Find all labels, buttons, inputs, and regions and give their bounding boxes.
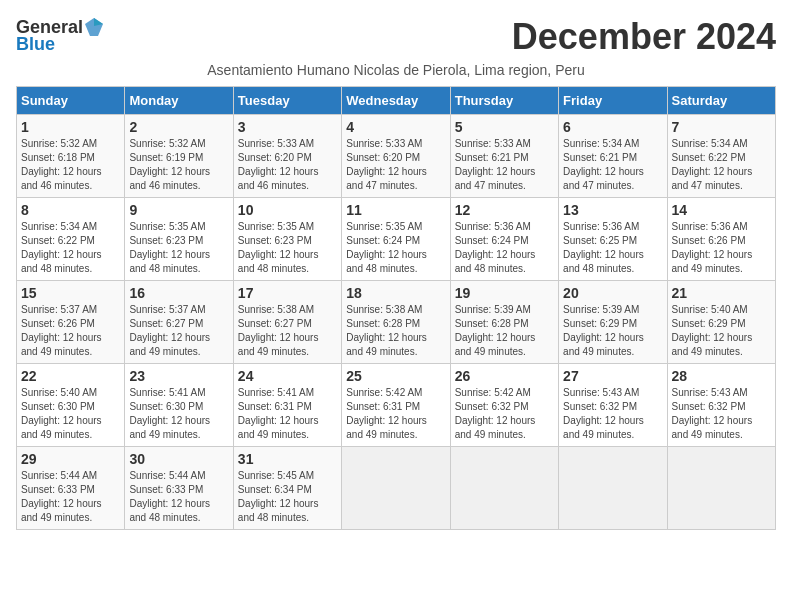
day-number: 16 — [129, 285, 228, 301]
table-row — [342, 447, 450, 530]
page-header: General Blue December 2024 — [16, 16, 776, 58]
table-row: 7Sunrise: 5:34 AMSunset: 6:22 PMDaylight… — [667, 115, 775, 198]
day-info: Sunrise: 5:34 AMSunset: 6:21 PMDaylight:… — [563, 137, 662, 193]
day-number: 6 — [563, 119, 662, 135]
calendar-week-row: 1Sunrise: 5:32 AMSunset: 6:18 PMDaylight… — [17, 115, 776, 198]
table-row: 3Sunrise: 5:33 AMSunset: 6:20 PMDaylight… — [233, 115, 341, 198]
table-row: 12Sunrise: 5:36 AMSunset: 6:24 PMDayligh… — [450, 198, 558, 281]
table-row: 26Sunrise: 5:42 AMSunset: 6:32 PMDayligh… — [450, 364, 558, 447]
calendar-header-row: Sunday Monday Tuesday Wednesday Thursday… — [17, 87, 776, 115]
table-row: 6Sunrise: 5:34 AMSunset: 6:21 PMDaylight… — [559, 115, 667, 198]
day-info: Sunrise: 5:44 AMSunset: 6:33 PMDaylight:… — [21, 469, 120, 525]
table-row: 9Sunrise: 5:35 AMSunset: 6:23 PMDaylight… — [125, 198, 233, 281]
day-number: 1 — [21, 119, 120, 135]
day-number: 21 — [672, 285, 771, 301]
table-row: 20Sunrise: 5:39 AMSunset: 6:29 PMDayligh… — [559, 281, 667, 364]
day-number: 17 — [238, 285, 337, 301]
month-title: December 2024 — [512, 16, 776, 58]
subtitle: Asentamiento Humano Nicolas de Pierola, … — [16, 62, 776, 78]
day-number: 4 — [346, 119, 445, 135]
table-row: 10Sunrise: 5:35 AMSunset: 6:23 PMDayligh… — [233, 198, 341, 281]
table-row: 22Sunrise: 5:40 AMSunset: 6:30 PMDayligh… — [17, 364, 125, 447]
table-row: 27Sunrise: 5:43 AMSunset: 6:32 PMDayligh… — [559, 364, 667, 447]
day-number: 22 — [21, 368, 120, 384]
table-row: 29Sunrise: 5:44 AMSunset: 6:33 PMDayligh… — [17, 447, 125, 530]
table-row: 19Sunrise: 5:39 AMSunset: 6:28 PMDayligh… — [450, 281, 558, 364]
day-info: Sunrise: 5:45 AMSunset: 6:34 PMDaylight:… — [238, 469, 337, 525]
day-number: 18 — [346, 285, 445, 301]
table-row: 18Sunrise: 5:38 AMSunset: 6:28 PMDayligh… — [342, 281, 450, 364]
logo-blue: Blue — [16, 34, 55, 55]
day-info: Sunrise: 5:36 AMSunset: 6:25 PMDaylight:… — [563, 220, 662, 276]
day-number: 27 — [563, 368, 662, 384]
table-row: 17Sunrise: 5:38 AMSunset: 6:27 PMDayligh… — [233, 281, 341, 364]
title-section: December 2024 — [512, 16, 776, 58]
day-number: 28 — [672, 368, 771, 384]
day-number: 31 — [238, 451, 337, 467]
col-wednesday: Wednesday — [342, 87, 450, 115]
day-info: Sunrise: 5:42 AMSunset: 6:31 PMDaylight:… — [346, 386, 445, 442]
day-info: Sunrise: 5:43 AMSunset: 6:32 PMDaylight:… — [563, 386, 662, 442]
day-info: Sunrise: 5:41 AMSunset: 6:30 PMDaylight:… — [129, 386, 228, 442]
day-info: Sunrise: 5:33 AMSunset: 6:21 PMDaylight:… — [455, 137, 554, 193]
day-number: 29 — [21, 451, 120, 467]
col-sunday: Sunday — [17, 87, 125, 115]
day-info: Sunrise: 5:36 AMSunset: 6:26 PMDaylight:… — [672, 220, 771, 276]
day-number: 30 — [129, 451, 228, 467]
day-info: Sunrise: 5:42 AMSunset: 6:32 PMDaylight:… — [455, 386, 554, 442]
table-row: 28Sunrise: 5:43 AMSunset: 6:32 PMDayligh… — [667, 364, 775, 447]
day-number: 26 — [455, 368, 554, 384]
col-saturday: Saturday — [667, 87, 775, 115]
day-number: 15 — [21, 285, 120, 301]
table-row: 11Sunrise: 5:35 AMSunset: 6:24 PMDayligh… — [342, 198, 450, 281]
table-row: 21Sunrise: 5:40 AMSunset: 6:29 PMDayligh… — [667, 281, 775, 364]
table-row: 4Sunrise: 5:33 AMSunset: 6:20 PMDaylight… — [342, 115, 450, 198]
calendar-week-row: 15Sunrise: 5:37 AMSunset: 6:26 PMDayligh… — [17, 281, 776, 364]
day-number: 7 — [672, 119, 771, 135]
table-row: 14Sunrise: 5:36 AMSunset: 6:26 PMDayligh… — [667, 198, 775, 281]
day-number: 23 — [129, 368, 228, 384]
col-monday: Monday — [125, 87, 233, 115]
table-row: 8Sunrise: 5:34 AMSunset: 6:22 PMDaylight… — [17, 198, 125, 281]
table-row: 30Sunrise: 5:44 AMSunset: 6:33 PMDayligh… — [125, 447, 233, 530]
table-row: 25Sunrise: 5:42 AMSunset: 6:31 PMDayligh… — [342, 364, 450, 447]
day-number: 8 — [21, 202, 120, 218]
day-number: 9 — [129, 202, 228, 218]
day-number: 5 — [455, 119, 554, 135]
calendar-week-row: 8Sunrise: 5:34 AMSunset: 6:22 PMDaylight… — [17, 198, 776, 281]
calendar-week-row: 29Sunrise: 5:44 AMSunset: 6:33 PMDayligh… — [17, 447, 776, 530]
day-number: 19 — [455, 285, 554, 301]
day-number: 3 — [238, 119, 337, 135]
day-info: Sunrise: 5:34 AMSunset: 6:22 PMDaylight:… — [672, 137, 771, 193]
day-number: 14 — [672, 202, 771, 218]
day-info: Sunrise: 5:38 AMSunset: 6:27 PMDaylight:… — [238, 303, 337, 359]
col-friday: Friday — [559, 87, 667, 115]
day-info: Sunrise: 5:36 AMSunset: 6:24 PMDaylight:… — [455, 220, 554, 276]
day-info: Sunrise: 5:34 AMSunset: 6:22 PMDaylight:… — [21, 220, 120, 276]
table-row — [450, 447, 558, 530]
day-number: 13 — [563, 202, 662, 218]
day-info: Sunrise: 5:41 AMSunset: 6:31 PMDaylight:… — [238, 386, 337, 442]
table-row: 2Sunrise: 5:32 AMSunset: 6:19 PMDaylight… — [125, 115, 233, 198]
day-info: Sunrise: 5:38 AMSunset: 6:28 PMDaylight:… — [346, 303, 445, 359]
table-row: 15Sunrise: 5:37 AMSunset: 6:26 PMDayligh… — [17, 281, 125, 364]
table-row — [559, 447, 667, 530]
day-info: Sunrise: 5:40 AMSunset: 6:29 PMDaylight:… — [672, 303, 771, 359]
table-row — [667, 447, 775, 530]
day-info: Sunrise: 5:37 AMSunset: 6:26 PMDaylight:… — [21, 303, 120, 359]
day-info: Sunrise: 5:43 AMSunset: 6:32 PMDaylight:… — [672, 386, 771, 442]
day-number: 24 — [238, 368, 337, 384]
calendar-table: Sunday Monday Tuesday Wednesday Thursday… — [16, 86, 776, 530]
day-number: 12 — [455, 202, 554, 218]
col-tuesday: Tuesday — [233, 87, 341, 115]
day-info: Sunrise: 5:39 AMSunset: 6:28 PMDaylight:… — [455, 303, 554, 359]
day-info: Sunrise: 5:39 AMSunset: 6:29 PMDaylight:… — [563, 303, 662, 359]
table-row: 23Sunrise: 5:41 AMSunset: 6:30 PMDayligh… — [125, 364, 233, 447]
table-row: 1Sunrise: 5:32 AMSunset: 6:18 PMDaylight… — [17, 115, 125, 198]
day-info: Sunrise: 5:40 AMSunset: 6:30 PMDaylight:… — [21, 386, 120, 442]
table-row: 13Sunrise: 5:36 AMSunset: 6:25 PMDayligh… — [559, 198, 667, 281]
day-info: Sunrise: 5:35 AMSunset: 6:23 PMDaylight:… — [129, 220, 228, 276]
logo: General Blue — [16, 16, 105, 55]
day-number: 2 — [129, 119, 228, 135]
day-number: 11 — [346, 202, 445, 218]
